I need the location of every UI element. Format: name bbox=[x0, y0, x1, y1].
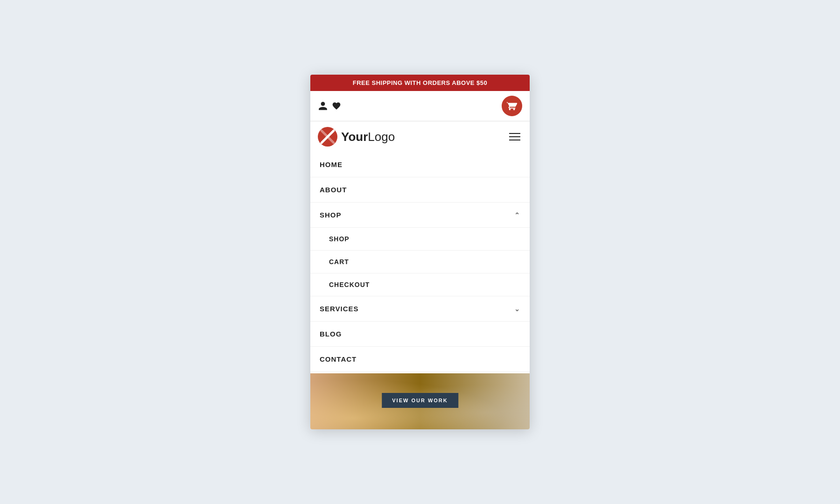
nav-item-home[interactable]: HOME bbox=[310, 152, 530, 177]
nav-item-about[interactable]: ABOUT bbox=[310, 177, 530, 203]
nav-subitem-cart[interactable]: CART bbox=[310, 251, 530, 273]
chevron-down-icon: ⌄ bbox=[514, 305, 520, 313]
nav-subitem-cart-label: CART bbox=[329, 258, 349, 266]
nav-item-services-label: SERVICES bbox=[320, 305, 359, 313]
phone-frame: FREE SHIPPING WITH ORDERS ABOVE $50 bbox=[310, 75, 530, 429]
chevron-up-icon: ⌃ bbox=[514, 211, 520, 219]
nav-item-services[interactable]: SERVICES ⌄ bbox=[310, 296, 530, 322]
nav-item-blog[interactable]: BLOG bbox=[310, 322, 530, 347]
nav-item-contact[interactable]: CONTACT bbox=[310, 347, 530, 372]
logo-text: YourLogo bbox=[341, 130, 395, 144]
hamburger-line-1 bbox=[509, 133, 520, 134]
nav-subitem-shop-label: SHOP bbox=[329, 235, 350, 243]
nav-subitem-checkout-label: CHECKOUT bbox=[329, 281, 370, 288]
nav-subitem-shop[interactable]: SHOP bbox=[310, 228, 530, 251]
logo-light: Logo bbox=[368, 130, 395, 144]
nav-item-shop[interactable]: SHOP ⌃ bbox=[310, 203, 530, 228]
nav-item-contact-label: CONTACT bbox=[320, 355, 357, 363]
nav-subitem-checkout[interactable]: CHECKOUT bbox=[310, 273, 530, 296]
nav-item-home-label: HOME bbox=[320, 161, 343, 168]
cart-icon bbox=[507, 101, 517, 111]
logo-row: YourLogo bbox=[310, 121, 530, 152]
nav-item-blog-label: BLOG bbox=[320, 330, 342, 338]
icon-row bbox=[310, 91, 530, 121]
hamburger-button[interactable] bbox=[507, 131, 522, 142]
icon-row-left bbox=[318, 101, 341, 111]
logo-bold: Your bbox=[341, 130, 368, 144]
heart-icon[interactable] bbox=[332, 101, 341, 111]
hero-section: VIEW OUR WORK bbox=[310, 373, 530, 429]
logo-area: YourLogo bbox=[318, 127, 395, 147]
announcement-bar: FREE SHIPPING WITH ORDERS ABOVE $50 bbox=[310, 75, 530, 91]
view-our-work-button[interactable]: VIEW OUR WORK bbox=[382, 393, 458, 408]
nav-item-shop-label: SHOP bbox=[320, 211, 342, 219]
hero-cta-label: VIEW OUR WORK bbox=[392, 398, 448, 403]
logo-graphic-icon bbox=[318, 127, 337, 147]
nav-item-about-label: ABOUT bbox=[320, 186, 347, 194]
user-icon[interactable] bbox=[318, 101, 328, 111]
cart-button[interactable] bbox=[502, 96, 522, 116]
hamburger-line-2 bbox=[509, 136, 520, 137]
nav-menu: HOME ABOUT SHOP ⌃ SHOP CART CHECKOUT SER… bbox=[310, 152, 530, 373]
hamburger-line-3 bbox=[509, 140, 520, 140]
announcement-text: FREE SHIPPING WITH ORDERS ABOVE $50 bbox=[353, 79, 488, 86]
